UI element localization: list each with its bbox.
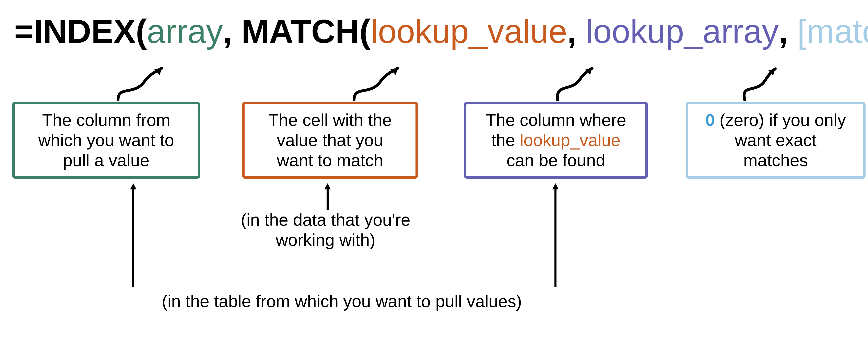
formula-equals: = <box>14 12 34 50</box>
box-array-line3: pull a value <box>63 151 150 170</box>
formula-lookup-array-arg: lookup_array <box>586 12 779 50</box>
formula-comma2: , <box>567 12 586 50</box>
caption-pull-values: (in the table from which you want to pul… <box>116 291 568 311</box>
box-lookup-value-line3: want to match <box>277 151 383 170</box>
arrow-match-type-to-formula <box>735 61 779 102</box>
box-lookup-array-line1: The column where <box>486 110 626 130</box>
caption-pull-values-text: (in the table from which you want to pul… <box>162 292 522 311</box>
box-lookup-array-line2-pre: the <box>491 131 520 150</box>
box-lookup-value-line1: The cell with the <box>268 110 392 130</box>
box-match-type-zero: 0 <box>706 110 715 130</box>
box-array-line1: The column from <box>42 110 170 130</box>
formula-lookup-value-arg: lookup_value <box>371 12 567 50</box>
box-match-type-rest1: (zero) if you only <box>715 110 846 130</box>
svg-marker-7 <box>130 183 136 190</box>
box-match-type-line2: want exact <box>735 131 816 150</box>
svg-marker-5 <box>324 183 331 190</box>
diagram-canvas: =INDEX(array, MATCH(lookup_value, lookup… <box>0 0 868 342</box>
box-lookup-value-line2: value that you <box>277 131 383 150</box>
box-match-type: 0 (zero) if you only want exact matches <box>686 102 866 179</box>
arrow-caption-pull-values-left <box>127 183 140 287</box>
box-array: The column from which you want to pull a… <box>12 102 200 179</box>
svg-marker-9 <box>552 183 559 190</box>
formula-index-open: INDEX( <box>34 12 147 50</box>
box-lookup-array: The column where the lookup_value can be… <box>464 102 648 179</box>
formula-match-open: MATCH( <box>241 12 371 50</box>
box-match-type-line3: matches <box>743 151 808 170</box>
arrow-array-to-formula <box>110 61 171 102</box>
caption-working-with: (in the data that you're working with) <box>230 210 421 250</box>
formula-comma1: , <box>223 12 241 50</box>
formula-array-arg: array <box>147 12 223 50</box>
caption-working-with-line1: (in the data that you're <box>241 210 410 229</box>
box-lookup-value: The cell with the value that you want to… <box>242 102 418 179</box>
box-lookup-array-highlight: lookup_value <box>520 131 621 150</box>
box-array-line2: which you want to <box>38 131 174 150</box>
arrow-caption-pull-values-right <box>549 183 562 287</box>
formula-line: =INDEX(array, MATCH(lookup_value, lookup… <box>14 12 868 51</box>
caption-working-with-line2: working with) <box>276 230 375 250</box>
arrow-caption-working-with <box>321 183 334 210</box>
box-lookup-array-line3: can be found <box>506 151 605 170</box>
arrow-lookup-value-to-formula <box>346 61 407 102</box>
arrow-lookup-array-to-formula <box>549 61 598 102</box>
formula-comma3: , <box>779 12 797 50</box>
formula-match-type-arg: [match_type] <box>797 12 868 50</box>
